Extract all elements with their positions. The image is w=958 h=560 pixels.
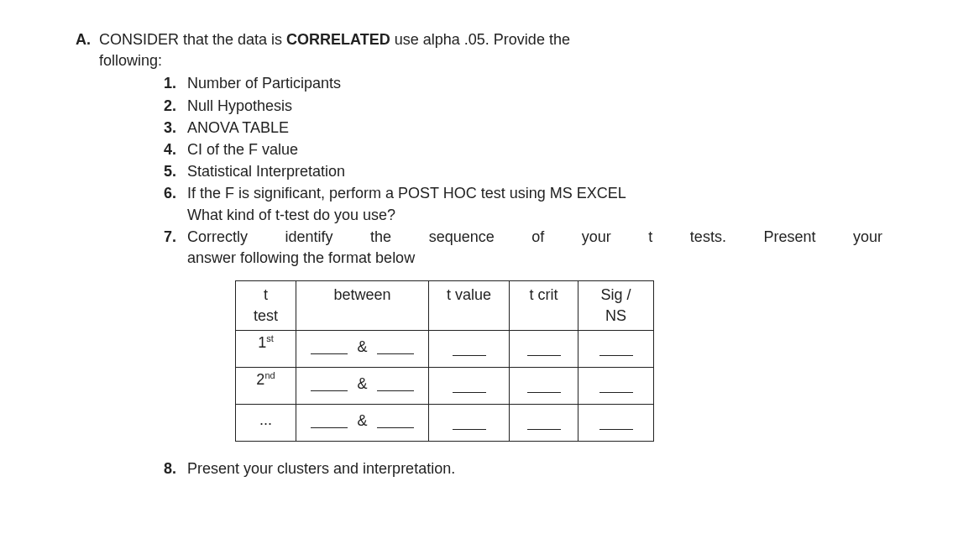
item-8: 8. Present your clusters and interpretat… (164, 458, 882, 479)
row1-between: & (296, 331, 429, 368)
blank-line (599, 344, 633, 356)
item-4-text: CI of the F value (187, 139, 882, 160)
section-text-line1: CONSIDER that the data is CORRELATED use… (99, 29, 882, 50)
table-row-3: ... & (236, 405, 654, 442)
row1-label-pre: 1 (258, 334, 266, 351)
row1-label-sup: st (266, 333, 274, 343)
numbered-list: 1. Number of Participants 2. Null Hypoth… (164, 73, 882, 269)
th-ttest: t test (236, 281, 296, 331)
blank-line (527, 418, 561, 430)
blank-line (311, 343, 348, 354)
section-text-line2: following: (99, 50, 882, 71)
blank-line (377, 379, 414, 391)
th-between-text: between (333, 286, 390, 303)
row1-tvalue (429, 331, 510, 368)
row1-tcrit (510, 331, 578, 368)
section-heading: A. CONSIDER that the data is CORRELATED … (76, 29, 882, 50)
item-7-text: Correctly identify the sequence of your … (187, 227, 882, 269)
blank-line (453, 418, 486, 430)
row1-label: 1st (236, 331, 296, 368)
item-4-num: 4. (164, 139, 187, 160)
item-2: 2. Null Hypothesis (164, 96, 882, 117)
item-7-line2: answer following the format below (187, 249, 415, 266)
row2-label-sup: nd (264, 370, 275, 380)
item-6: 6. If the F is significant, perform a PO… (164, 183, 882, 225)
th-tcrit: t crit (510, 281, 578, 331)
row2-tcrit (510, 368, 578, 405)
item-5-num: 5. (164, 161, 187, 182)
item-7-line1: Correctly identify the sequence of your … (187, 227, 882, 248)
blank-line (311, 416, 348, 428)
item-7: 7. Correctly identify the sequence of yo… (164, 227, 882, 269)
item-6-line1: If the F is significant, perform a POST … (187, 185, 626, 201)
section-label: A. (76, 29, 99, 50)
row2-amp: & (357, 375, 367, 392)
blank-line (377, 416, 414, 428)
section-line1-post: use alpha .05. Provide the (390, 31, 570, 48)
item-4: 4. CI of the F value (164, 139, 882, 160)
blank-line (453, 381, 486, 393)
row1-sig (578, 331, 654, 368)
table-row-1: 1st & (236, 331, 654, 368)
row3-tcrit (510, 405, 578, 442)
blank-line (311, 379, 348, 391)
item-8-text: Present your clusters and interpretation… (187, 458, 882, 479)
item-1: 1. Number of Participants (164, 73, 882, 94)
blank-line (527, 381, 561, 393)
row3-label: ... (236, 405, 296, 442)
th-tcrit-text: t crit (530, 286, 558, 303)
table-header-row: t test between t value t crit Sig / NS (236, 281, 654, 331)
th-between: between (296, 281, 429, 331)
row2-label-pre: 2 (256, 371, 264, 388)
section-a: A. CONSIDER that the data is CORRELATED … (76, 29, 882, 480)
row3-tvalue (429, 405, 510, 442)
item-8-num: 8. (164, 458, 187, 479)
t-test-table: t test between t value t crit Sig / NS (235, 280, 654, 442)
table-row-2: 2nd & (236, 368, 654, 405)
th-ttest-b: test (254, 307, 278, 324)
th-sig-b: NS (605, 307, 626, 324)
section-line1-pre: CONSIDER that the data is (99, 31, 286, 48)
row1-amp: & (357, 338, 367, 355)
item-7-num: 7. (164, 227, 187, 269)
item-3-num: 3. (164, 118, 187, 139)
item-1-text: Number of Participants (187, 73, 882, 94)
blank-line (453, 344, 486, 356)
item-2-num: 2. (164, 96, 187, 117)
blank-line (599, 381, 633, 393)
th-tvalue-text: t value (447, 286, 491, 303)
item-5-text: Statistical Interpretation (187, 161, 882, 182)
row2-sig (578, 368, 654, 405)
th-sig-a: Sig / (600, 286, 631, 303)
blank-line (599, 418, 633, 430)
row3-amp: & (357, 412, 367, 429)
item-2-text: Null Hypothesis (187, 96, 882, 117)
row3-sig (578, 405, 654, 442)
t-test-table-wrap: t test between t value t crit Sig / NS (235, 280, 882, 442)
item-6-line2: What kind of t-test do you use? (187, 207, 395, 223)
item-3-text: ANOVA TABLE (187, 118, 882, 139)
th-sig: Sig / NS (578, 281, 654, 331)
item-3: 3. ANOVA TABLE (164, 118, 882, 139)
blank-line (527, 344, 561, 356)
row2-between: & (296, 368, 429, 405)
section-line1-bold: CORRELATED (286, 31, 390, 48)
th-ttest-a: t (264, 286, 268, 303)
item-6-num: 6. (164, 183, 187, 225)
row2-tvalue (429, 368, 510, 405)
item-5: 5. Statistical Interpretation (164, 161, 882, 182)
th-tvalue: t value (429, 281, 510, 331)
item-1-num: 1. (164, 73, 187, 94)
item-6-text: If the F is significant, perform a POST … (187, 183, 882, 225)
row2-label: 2nd (236, 368, 296, 405)
row3-between: & (296, 405, 429, 442)
blank-line (377, 343, 414, 354)
